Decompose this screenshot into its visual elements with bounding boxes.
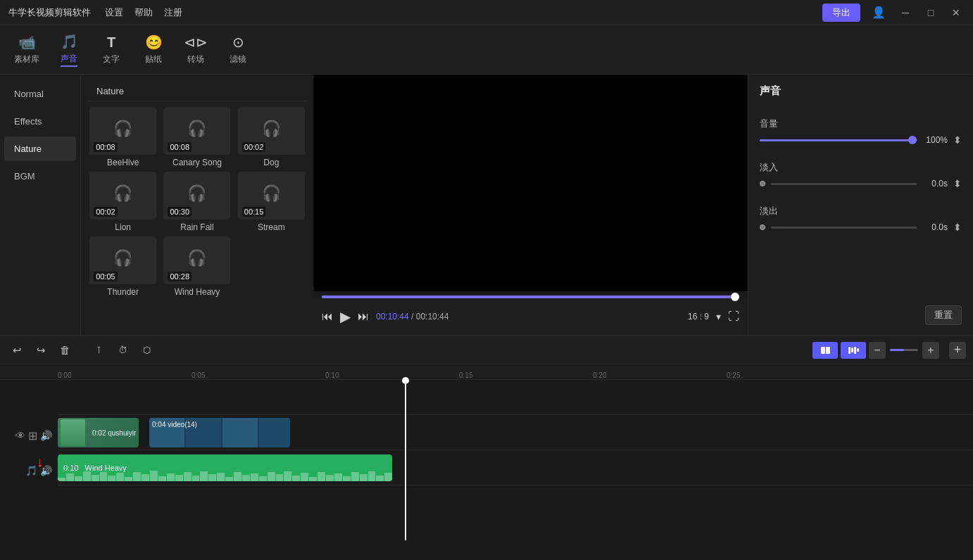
split-button[interactable]: ⊺ [89, 341, 108, 360]
tool-media[interactable]: 📹 素材库 [6, 27, 48, 72]
sidebar-item-nature[interactable]: Nature [4, 136, 76, 161]
grid-icon[interactable]: ⊞ [28, 429, 37, 443]
speed-button[interactable]: ⏱ [113, 341, 132, 360]
fade-in-stepper[interactable]: ⬍ [953, 178, 962, 189]
audio-duration-stream: 00:15 [242, 207, 266, 217]
fullscreen-button[interactable]: ⛶ [728, 310, 739, 323]
sidebar-item-normal[interactable]: Normal [4, 82, 76, 106]
audio-track-toggle[interactable] [841, 342, 866, 359]
audio-duration-windheavy: 00:28 [168, 272, 192, 281]
video-clip-1[interactable]: 0:02 qushuiyin [58, 418, 139, 447]
sidebar-item-bgm[interactable]: BGM [4, 164, 76, 189]
reset-button[interactable]: 重置 [925, 305, 962, 325]
ruler-mark-3: 0:15 [459, 371, 472, 379]
minimize-button[interactable]: ─ [894, 3, 917, 23]
audio-name-windheavy: Wind Heavy [175, 287, 220, 297]
panel-title-section: 声音 [760, 84, 962, 102]
tool-sticker[interactable]: 😊 贴纸 [132, 27, 175, 72]
empty-track-row [58, 380, 973, 415]
empty-label-row-1 [0, 383, 58, 418]
volume-slider-handle[interactable] [908, 136, 917, 144]
maximize-button[interactable]: □ [919, 3, 942, 23]
tool-transition[interactable]: ⊲⊳ 转场 [175, 27, 217, 72]
audio-duration-beehive: 00:08 [94, 142, 118, 152]
crop-button[interactable]: ⬡ [137, 341, 156, 360]
tool-filter-label: 滤镜 [230, 53, 246, 65]
audio-name-dog: Dog [263, 158, 279, 167]
play-button[interactable]: ▶ [340, 308, 351, 325]
audio-item-thunder[interactable]: 🎧 00:05 Thunder [88, 236, 158, 297]
volume-stepper[interactable]: ⬍ [953, 134, 962, 146]
headphone-icon-5: 🎧 [187, 184, 206, 203]
headphone-icon-4: 🎧 [113, 184, 132, 203]
text-icon: T [107, 34, 115, 51]
aspect-dropdown-icon[interactable]: ▾ [716, 311, 721, 322]
ruler-mark-1: 0:05 [192, 371, 205, 379]
audio-item-lion[interactable]: 🎧 00:02 Lion [88, 172, 158, 232]
tool-filter[interactable]: ⊙ 滤镜 [217, 27, 259, 72]
tracks: 0:02 qushuiyin 0:04 video(14) 0:10 Wind [58, 380, 973, 540]
ruler-mark-2: 0:10 [325, 371, 339, 379]
audio-item-stream[interactable]: 🎧 00:15 Stream [237, 172, 306, 232]
audio-grid-panel: Nature 🎧 00:08 BeeHive 🎧 00:08 Canary So… [81, 75, 313, 335]
audio-name-canary: Canary Song [172, 158, 222, 167]
fade-in-track[interactable] [771, 183, 917, 185]
video-track-toggle[interactable] [812, 342, 838, 359]
zoom-out-button[interactable]: − [869, 342, 886, 359]
audio-item-canary[interactable]: 🎧 00:08 Canary Song [162, 107, 232, 167]
delete-button[interactable]: 🗑 [55, 341, 75, 360]
sidebar-item-effects[interactable]: Effects [4, 109, 76, 134]
track-labels: 👁 ⊞ 🔊 🎵 🔊 [0, 380, 58, 540]
tool-audio[interactable]: 🎵 声音 [48, 27, 90, 72]
audio-item-beehive[interactable]: 🎧 00:08 BeeHive [88, 107, 158, 167]
fade-out-track[interactable] [771, 227, 917, 229]
fade-out-stepper[interactable]: ⬍ [953, 222, 962, 233]
ruler-mark-4: 0:20 [593, 371, 606, 379]
menu-register[interactable]: 注册 [164, 6, 182, 19]
progress-bar[interactable] [322, 295, 739, 298]
arrow-indicator: ↑ [37, 456, 44, 472]
video-track: 0:02 qushuiyin 0:04 video(14) [58, 415, 973, 450]
ruler-mark-0: 0:00 [58, 371, 71, 379]
empty-bottom-track [58, 485, 973, 521]
rewind-button[interactable]: ⏮ [322, 310, 333, 323]
fade-out-value: 0.0s [922, 222, 948, 232]
zoom-in-button[interactable]: + [922, 342, 939, 359]
audio-item-dog[interactable]: 🎧 00:02 Dog [237, 107, 306, 167]
undo-button[interactable]: ↩ [7, 341, 27, 360]
tool-sticker-label: 贴纸 [145, 53, 162, 65]
audio-grid: 🎧 00:08 BeeHive 🎧 00:08 Canary Song 🎧 00… [88, 107, 306, 297]
menu-bar: 设置 帮助 注册 [105, 6, 182, 19]
volume-slider-fill [760, 139, 917, 141]
aspect-ratio: 16 : 9 [688, 312, 709, 322]
tool-transition-label: 转场 [187, 53, 204, 65]
forward-button[interactable]: ⏭ [358, 310, 369, 323]
tool-text-label: 文字 [103, 53, 120, 65]
audio-item-rainfall[interactable]: 🎧 00:30 Rain Fall [162, 172, 232, 232]
menu-settings[interactable]: 设置 [105, 6, 123, 19]
music-icon[interactable]: 🎵 [25, 465, 37, 476]
audio-clip-windheavy[interactable]: 0:10 Wind Heavy [58, 454, 392, 481]
speaker-icon[interactable]: 🔊 [40, 430, 52, 441]
menu-help[interactable]: 帮助 [134, 6, 153, 19]
video-clip-2[interactable]: 0:04 video(14) [149, 418, 290, 447]
volume-slider-track[interactable] [760, 139, 917, 141]
current-time: 00:10:44 [376, 312, 409, 322]
volume-section: 音量 100% ⬍ [760, 117, 962, 146]
timeline-right-controls: − + + [812, 342, 966, 359]
redo-button[interactable]: ↪ [31, 341, 51, 360]
fade-in-dot [760, 181, 765, 186]
user-icon[interactable]: 👤 [872, 6, 886, 19]
add-track-button[interactable]: + [949, 342, 966, 359]
title-bar-controls: 导出 👤 ─ □ ✕ [822, 0, 967, 25]
audio-item-windheavy[interactable]: 🎧 00:28 Wind Heavy [162, 236, 232, 297]
progress-handle[interactable] [731, 293, 739, 301]
fade-out-section: 淡出 0.0s ⬍ [760, 205, 962, 233]
headphone-icon-3: 🎧 [262, 120, 281, 138]
export-button[interactable]: 导出 [822, 4, 860, 22]
volume-slider-row: 100% ⬍ [760, 134, 962, 146]
tool-text[interactable]: T 文字 [90, 27, 132, 72]
left-sidebar: Normal Effects Nature BGM [0, 75, 81, 335]
eye-icon[interactable]: 👁 [15, 430, 25, 441]
close-button[interactable]: ✕ [945, 3, 967, 23]
